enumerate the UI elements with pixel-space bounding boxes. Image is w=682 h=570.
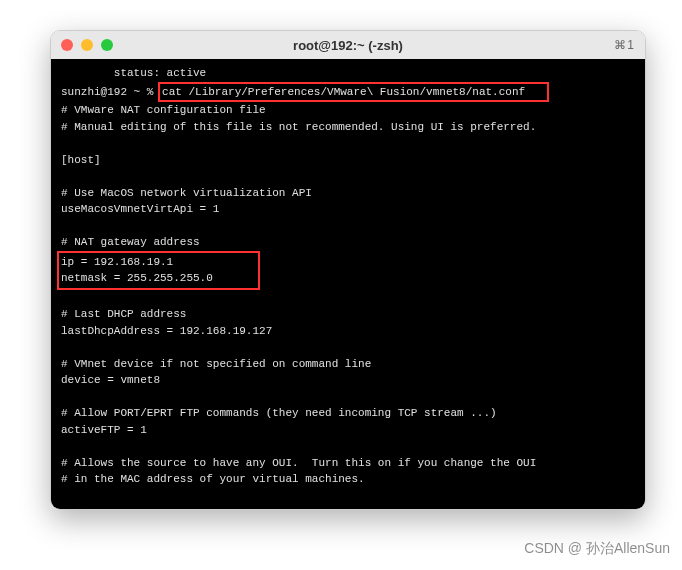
terminal-window: root@192:~ (-zsh) ⌘1 status: active sunz… bbox=[50, 30, 646, 510]
config-line: activeFTP = 1 bbox=[61, 424, 147, 436]
command-text: cat /Library/Preferences/VMware\ Fusion/… bbox=[162, 86, 525, 98]
config-comment: # Allow PORT/EPRT FTP commands (they nee… bbox=[61, 407, 497, 419]
watermark: CSDN @ 孙治AllenSun bbox=[524, 540, 670, 558]
config-comment: # Last DHCP address bbox=[61, 308, 186, 320]
config-comment: # VMware NAT configuration file bbox=[61, 104, 266, 116]
command-highlight: cat /Library/Preferences/VMware\ Fusion/… bbox=[158, 82, 549, 103]
maximize-icon[interactable] bbox=[101, 39, 113, 51]
config-line: useMacosVmnetVirtApi = 1 bbox=[61, 203, 219, 215]
config-line: device = vmnet8 bbox=[61, 374, 160, 386]
window-title: root@192:~ (-zsh) bbox=[51, 38, 645, 53]
minimize-icon[interactable] bbox=[81, 39, 93, 51]
config-comment: # VMnet device if not specified on comma… bbox=[61, 358, 371, 370]
config-comment: # Allows the source to have any OUI. Tur… bbox=[61, 457, 536, 469]
config-ip: ip = 192.168.19.1 bbox=[61, 256, 173, 268]
status-line: status: active bbox=[61, 67, 206, 79]
shell-prompt: sunzhi@192 ~ % bbox=[61, 86, 160, 98]
titlebar[interactable]: root@192:~ (-zsh) ⌘1 bbox=[51, 31, 645, 59]
config-comment: # Manual editing of this file is not rec… bbox=[61, 121, 536, 133]
gateway-highlight: ip = 192.168.19.1 netmask = 255.255.255.… bbox=[57, 251, 260, 290]
config-section: [host] bbox=[61, 154, 101, 166]
close-icon[interactable] bbox=[61, 39, 73, 51]
config-line: lastDhcpAddress = 192.168.19.127 bbox=[61, 325, 272, 337]
traffic-lights bbox=[61, 39, 113, 51]
terminal-content[interactable]: status: active sunzhi@192 ~ % cat /Libra… bbox=[51, 59, 645, 509]
window-shortcut: ⌘1 bbox=[614, 38, 635, 52]
config-comment: # Use MacOS network virtualization API bbox=[61, 187, 312, 199]
config-netmask: netmask = 255.255.255.0 bbox=[61, 272, 213, 284]
config-comment: # in the MAC address of your virtual mac… bbox=[61, 473, 365, 485]
config-comment: # NAT gateway address bbox=[61, 236, 200, 248]
